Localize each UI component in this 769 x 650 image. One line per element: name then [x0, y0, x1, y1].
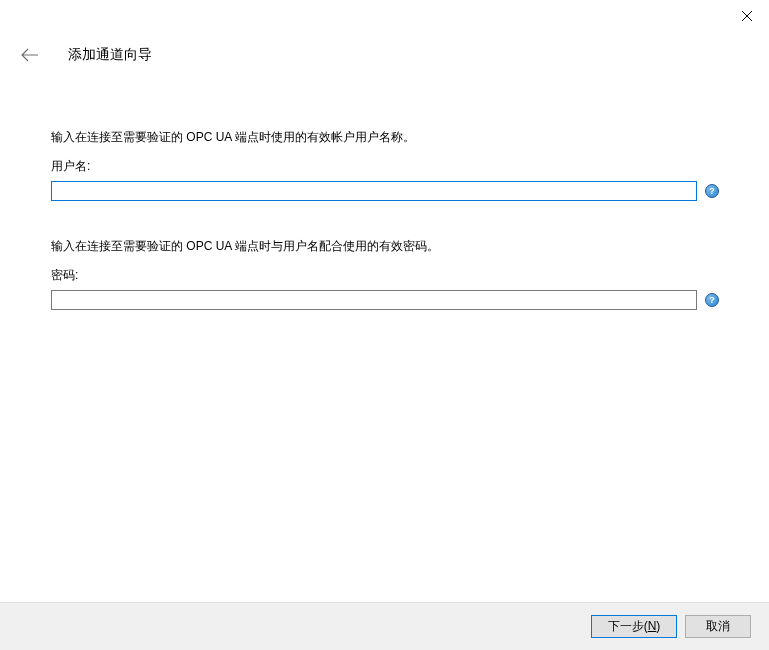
next-label-suffix: ) [656, 619, 660, 633]
password-description: 输入在连接至需要验证的 OPC UA 端点时与用户名配合使用的有效密码。 [51, 237, 719, 255]
close-button[interactable] [724, 1, 769, 31]
password-input[interactable] [51, 290, 697, 310]
next-label-prefix: 下一步( [608, 619, 648, 633]
password-label: 密码: [51, 267, 719, 284]
arrow-left-icon [21, 48, 39, 62]
password-help-icon[interactable]: ? [705, 293, 719, 307]
password-group: 输入在连接至需要验证的 OPC UA 端点时与用户名配合使用的有效密码。 密码:… [51, 237, 719, 310]
content-area: 输入在连接至需要验证的 OPC UA 端点时使用的有效帐户用户名称。 用户名: … [51, 128, 719, 346]
username-help-icon[interactable]: ? [705, 184, 719, 198]
username-label: 用户名: [51, 158, 719, 175]
username-group: 输入在连接至需要验证的 OPC UA 端点时使用的有效帐户用户名称。 用户名: … [51, 128, 719, 201]
footer-bar: 下一步(N) 取消 [0, 602, 769, 650]
next-button[interactable]: 下一步(N) [591, 615, 677, 638]
page-title: 添加通道向导 [68, 46, 152, 64]
username-description: 输入在连接至需要验证的 OPC UA 端点时使用的有效帐户用户名称。 [51, 128, 719, 146]
close-icon [742, 11, 752, 21]
cancel-button[interactable]: 取消 [685, 615, 751, 638]
back-button[interactable] [20, 45, 40, 65]
username-input[interactable] [51, 181, 697, 201]
